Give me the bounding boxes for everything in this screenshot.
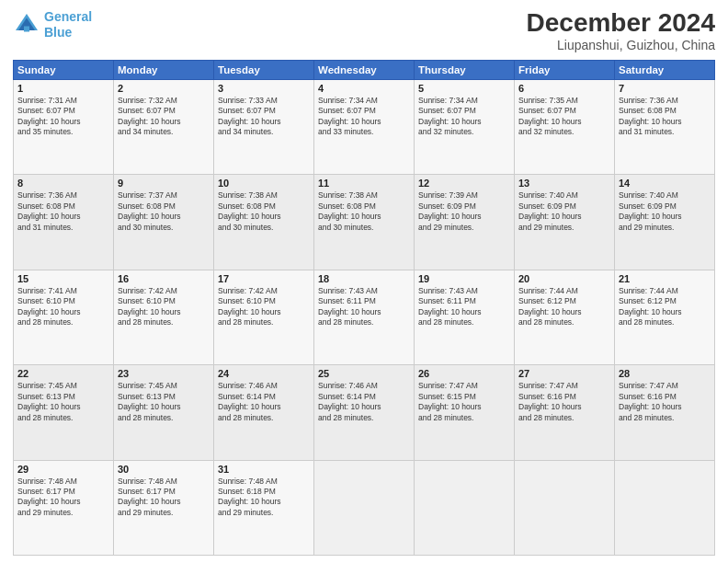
day-number: 2 xyxy=(118,83,210,94)
cell-info: Sunrise: 7:45 AMSunset: 6:13 PMDaylight:… xyxy=(17,381,109,423)
day-number: 13 xyxy=(518,178,610,189)
calendar-cell: 15Sunrise: 7:41 AMSunset: 6:10 PMDayligh… xyxy=(14,270,114,364)
day-number: 11 xyxy=(318,178,410,189)
cell-info: Sunrise: 7:42 AMSunset: 6:10 PMDaylight:… xyxy=(218,286,310,328)
logo-text: General Blue xyxy=(44,9,92,40)
day-number: 29 xyxy=(17,464,109,475)
calendar-cell: 29Sunrise: 7:48 AMSunset: 6:17 PMDayligh… xyxy=(14,460,114,555)
day-number: 6 xyxy=(518,83,610,94)
calendar-cell: 7Sunrise: 7:36 AMSunset: 6:08 PMDaylight… xyxy=(615,79,715,174)
week-row-4: 22Sunrise: 7:45 AMSunset: 6:13 PMDayligh… xyxy=(14,365,715,460)
day-number: 23 xyxy=(118,368,210,379)
calendar-cell: 5Sunrise: 7:34 AMSunset: 6:07 PMDaylight… xyxy=(415,79,515,174)
cell-info: Sunrise: 7:44 AMSunset: 6:12 PMDaylight:… xyxy=(518,286,610,328)
title-block: December 2024 Liupanshui, Guizhou, China xyxy=(527,9,715,52)
day-number: 25 xyxy=(318,368,410,379)
calendar-cell: 11Sunrise: 7:38 AMSunset: 6:08 PMDayligh… xyxy=(314,175,415,270)
cell-info: Sunrise: 7:42 AMSunset: 6:10 PMDaylight:… xyxy=(118,286,210,328)
day-number: 9 xyxy=(118,178,210,189)
calendar-cell xyxy=(515,460,615,555)
cell-info: Sunrise: 7:48 AMSunset: 6:18 PMDaylight:… xyxy=(218,477,310,519)
cell-info: Sunrise: 7:31 AMSunset: 6:07 PMDaylight:… xyxy=(17,96,109,138)
cell-info: Sunrise: 7:45 AMSunset: 6:13 PMDaylight:… xyxy=(118,381,210,423)
page: General Blue December 2024 Liupanshui, G… xyxy=(0,0,728,563)
day-number: 18 xyxy=(318,273,410,284)
calendar-cell: 18Sunrise: 7:43 AMSunset: 6:11 PMDayligh… xyxy=(314,270,415,364)
calendar-cell: 16Sunrise: 7:42 AMSunset: 6:10 PMDayligh… xyxy=(114,270,214,364)
day-number: 8 xyxy=(17,178,109,189)
weekday-header-sunday: Sunday xyxy=(14,60,114,79)
calendar-cell: 17Sunrise: 7:42 AMSunset: 6:10 PMDayligh… xyxy=(214,270,314,364)
cell-info: Sunrise: 7:36 AMSunset: 6:08 PMDaylight:… xyxy=(17,190,109,233)
cell-info: Sunrise: 7:40 AMSunset: 6:09 PMDaylight:… xyxy=(619,190,711,233)
cell-info: Sunrise: 7:34 AMSunset: 6:07 PMDaylight:… xyxy=(418,96,510,138)
calendar-cell: 2Sunrise: 7:32 AMSunset: 6:07 PMDaylight… xyxy=(114,79,214,174)
calendar-cell: 24Sunrise: 7:46 AMSunset: 6:14 PMDayligh… xyxy=(214,365,314,460)
cell-info: Sunrise: 7:34 AMSunset: 6:07 PMDaylight:… xyxy=(318,96,410,138)
day-number: 26 xyxy=(418,368,510,379)
cell-info: Sunrise: 7:33 AMSunset: 6:07 PMDaylight:… xyxy=(218,96,310,138)
weekday-header-saturday: Saturday xyxy=(615,60,715,79)
cell-info: Sunrise: 7:43 AMSunset: 6:11 PMDaylight:… xyxy=(418,286,510,328)
day-number: 12 xyxy=(418,178,510,189)
calendar-cell: 27Sunrise: 7:47 AMSunset: 6:16 PMDayligh… xyxy=(515,365,615,460)
calendar-cell: 1Sunrise: 7:31 AMSunset: 6:07 PMDaylight… xyxy=(14,79,114,174)
cell-info: Sunrise: 7:35 AMSunset: 6:07 PMDaylight:… xyxy=(518,96,610,138)
calendar-cell xyxy=(615,460,715,555)
cell-info: Sunrise: 7:40 AMSunset: 6:09 PMDaylight:… xyxy=(518,190,610,233)
calendar-cell: 23Sunrise: 7:45 AMSunset: 6:13 PMDayligh… xyxy=(114,365,214,460)
cell-info: Sunrise: 7:48 AMSunset: 6:17 PMDaylight:… xyxy=(118,477,210,519)
calendar-cell: 21Sunrise: 7:44 AMSunset: 6:12 PMDayligh… xyxy=(615,270,715,364)
day-number: 17 xyxy=(218,273,310,284)
header: General Blue December 2024 Liupanshui, G… xyxy=(13,9,715,52)
cell-info: Sunrise: 7:48 AMSunset: 6:17 PMDaylight:… xyxy=(17,477,109,519)
weekday-header-wednesday: Wednesday xyxy=(314,60,415,79)
weekday-header-tuesday: Tuesday xyxy=(214,60,314,79)
day-number: 1 xyxy=(17,83,109,94)
day-number: 28 xyxy=(619,368,711,379)
weekday-header-monday: Monday xyxy=(114,60,214,79)
calendar-cell: 30Sunrise: 7:48 AMSunset: 6:17 PMDayligh… xyxy=(114,460,214,555)
week-row-1: 1Sunrise: 7:31 AMSunset: 6:07 PMDaylight… xyxy=(14,79,715,174)
day-number: 5 xyxy=(418,83,510,94)
day-number: 27 xyxy=(518,368,610,379)
calendar-table: SundayMondayTuesdayWednesdayThursdayFrid… xyxy=(13,60,715,556)
subtitle: Liupanshui, Guizhou, China xyxy=(527,38,715,52)
calendar-cell: 8Sunrise: 7:36 AMSunset: 6:08 PMDaylight… xyxy=(14,175,114,270)
cell-info: Sunrise: 7:38 AMSunset: 6:08 PMDaylight:… xyxy=(218,190,310,233)
calendar-cell: 20Sunrise: 7:44 AMSunset: 6:12 PMDayligh… xyxy=(515,270,615,364)
logo: General Blue xyxy=(13,9,92,40)
weekday-header-row: SundayMondayTuesdayWednesdayThursdayFrid… xyxy=(14,60,715,79)
cell-info: Sunrise: 7:47 AMSunset: 6:16 PMDaylight:… xyxy=(619,381,711,423)
day-number: 7 xyxy=(619,83,711,94)
day-number: 15 xyxy=(17,273,109,284)
cell-info: Sunrise: 7:41 AMSunset: 6:10 PMDaylight:… xyxy=(17,286,109,328)
svg-rect-2 xyxy=(24,26,29,31)
day-number: 14 xyxy=(619,178,711,189)
day-number: 3 xyxy=(218,83,310,94)
calendar-cell: 22Sunrise: 7:45 AMSunset: 6:13 PMDayligh… xyxy=(14,365,114,460)
cell-info: Sunrise: 7:47 AMSunset: 6:15 PMDaylight:… xyxy=(418,381,510,423)
calendar-cell: 19Sunrise: 7:43 AMSunset: 6:11 PMDayligh… xyxy=(415,270,515,364)
week-row-3: 15Sunrise: 7:41 AMSunset: 6:10 PMDayligh… xyxy=(14,270,715,364)
cell-info: Sunrise: 7:39 AMSunset: 6:09 PMDaylight:… xyxy=(418,190,510,233)
cell-info: Sunrise: 7:46 AMSunset: 6:14 PMDaylight:… xyxy=(318,381,410,423)
calendar-cell: 13Sunrise: 7:40 AMSunset: 6:09 PMDayligh… xyxy=(515,175,615,270)
cell-info: Sunrise: 7:37 AMSunset: 6:08 PMDaylight:… xyxy=(118,190,210,233)
calendar-cell: 4Sunrise: 7:34 AMSunset: 6:07 PMDaylight… xyxy=(314,79,415,174)
calendar-cell: 26Sunrise: 7:47 AMSunset: 6:15 PMDayligh… xyxy=(415,365,515,460)
cell-info: Sunrise: 7:46 AMSunset: 6:14 PMDaylight:… xyxy=(218,381,310,423)
day-number: 24 xyxy=(218,368,310,379)
day-number: 31 xyxy=(218,464,310,475)
calendar-cell xyxy=(415,460,515,555)
day-number: 20 xyxy=(518,273,610,284)
day-number: 4 xyxy=(318,83,410,94)
day-number: 22 xyxy=(17,368,109,379)
weekday-header-friday: Friday xyxy=(515,60,615,79)
logo-icon xyxy=(13,11,40,39)
cell-info: Sunrise: 7:47 AMSunset: 6:16 PMDaylight:… xyxy=(518,381,610,423)
calendar-cell: 28Sunrise: 7:47 AMSunset: 6:16 PMDayligh… xyxy=(615,365,715,460)
calendar-cell: 12Sunrise: 7:39 AMSunset: 6:09 PMDayligh… xyxy=(415,175,515,270)
calendar-cell: 6Sunrise: 7:35 AMSunset: 6:07 PMDaylight… xyxy=(515,79,615,174)
cell-info: Sunrise: 7:43 AMSunset: 6:11 PMDaylight:… xyxy=(318,286,410,328)
